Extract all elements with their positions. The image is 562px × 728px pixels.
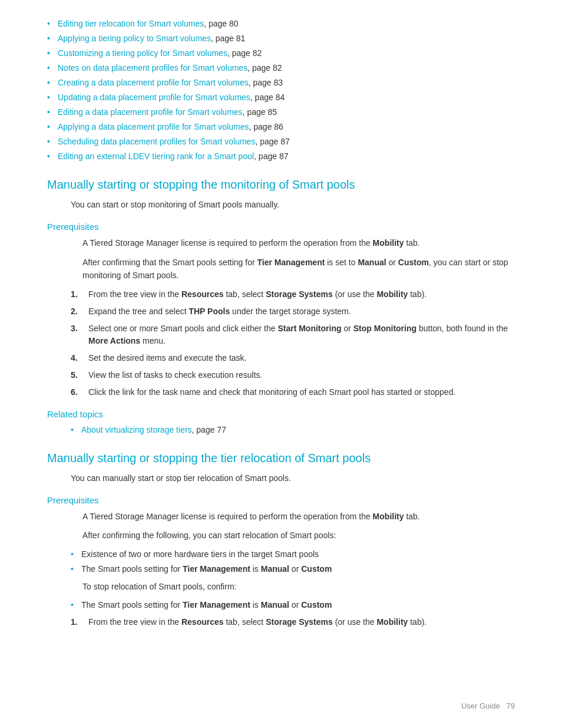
list-item: Editing an external LDEV tiering rank fo… [47,150,515,163]
link-applying-tiering-policy[interactable]: Applying a tiering policy to Smart volum… [58,34,211,43]
link-editing-ldev-tiering-rank[interactable]: Editing an external LDEV tiering rank fo… [58,151,254,161]
step-6: 6. Click the link for the task name and … [71,386,515,398]
list-item: About virtualizing storage tiers, page 7… [71,424,515,436]
section2-prereq2: After confirming the following, you can … [82,529,515,542]
link-customizing-tiering-policy[interactable]: Customizing a tiering policy for Smart v… [58,48,227,58]
link-about-virtualizing[interactable]: About virtualizing storage tiers [81,425,192,434]
list-item: Customizing a tiering policy for Smart v… [47,47,515,60]
section2-stop-text: To stop relocation of Smart pools, confi… [82,580,515,593]
link-notes-placement-profiles[interactable]: Notes on data placement profiles for Sma… [58,63,247,73]
related-topics-list: About virtualizing storage tiers, page 7… [71,424,515,436]
step-5: 5. View the list of tasks to check execu… [71,369,515,381]
step-1: 1. From the tree view in the Resources t… [71,616,515,628]
list-item: Applying a data placement profile for Sm… [47,121,515,133]
footer-label: User Guide [461,701,500,710]
list-item: Editing tier relocation for Smart volume… [47,18,515,30]
list-item: Scheduling data placement profiles for S… [47,136,515,148]
list-item: Updating a data placement profile for Sm… [47,91,515,104]
section2-prereq1: A Tiered Storage Manager license is requ… [82,510,515,523]
link-updating-placement-profile[interactable]: Updating a data placement profile for Sm… [58,93,250,102]
link-scheduling-placement-profiles[interactable]: Scheduling data placement profiles for S… [58,137,255,146]
section2-prerequisites-label: Prerequisites [47,495,515,505]
section1-steps: 1. From the tree view in the Resources t… [71,288,515,398]
link-applying-placement-profile[interactable]: Applying a data placement profile for Sm… [58,122,249,131]
link-editing-tier-relocation[interactable]: Editing tier relocation for Smart volume… [58,19,204,28]
list-item: Creating a data placement profile for Sm… [47,77,515,89]
section2-intro: You can manually start or stop tier relo… [71,472,515,485]
section2-steps: 1. From the tree view in the Resources t… [71,616,515,628]
list-item: Editing a data placement profile for Sma… [47,106,515,118]
list-item: Applying a tiering policy to Smart volum… [47,32,515,45]
step-1: 1. From the tree view in the Resources t… [71,288,515,301]
list-item: The Smart pools setting for Tier Managem… [71,563,515,575]
top-bullet-list: Editing tier relocation for Smart volume… [47,18,515,163]
link-creating-placement-profile[interactable]: Creating a data placement profile for Sm… [58,78,249,87]
section2-confirm-list: Existence of two or more hardware tiers … [71,548,515,575]
footer-page: 79 [507,701,515,710]
related-topics-label: Related topics [47,409,515,419]
step-4: 4. Set the desired items and execute the… [71,352,515,364]
section1-prereq-bold1: Mobility [373,238,404,248]
step-3: 3. Select one or more Smart pools and cl… [71,322,515,347]
section1-intro: You can start or stop monitoring of Smar… [71,198,515,211]
list-item: Existence of two or more hardware tiers … [71,548,515,561]
section1-prereq2: After confirming that the Smart pools se… [82,256,515,282]
section2-title: Manually starting or stopping the tier r… [47,450,515,466]
section1-prerequisites-label: Prerequisites [47,222,515,232]
page-footer: User Guide 79 [461,701,515,710]
step-2: 2. Expand the tree and select THP Pools … [71,305,515,318]
section1-title: Manually starting or stopping the monito… [47,177,515,192]
section1-prereq1: A Tiered Storage Manager license is requ… [82,236,515,249]
link-editing-placement-profile[interactable]: Editing a data placement profile for Sma… [58,107,243,117]
section2-stop-list: The Smart pools setting for Tier Managem… [71,599,515,611]
list-item: Notes on data placement profiles for Sma… [47,62,515,74]
list-item: The Smart pools setting for Tier Managem… [71,599,515,611]
